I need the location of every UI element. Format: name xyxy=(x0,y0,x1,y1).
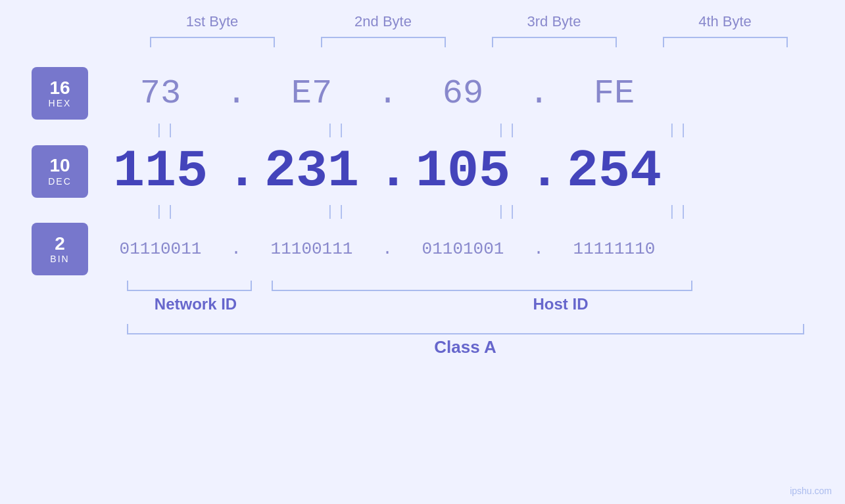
hex-val-1: 73 xyxy=(140,74,181,113)
bin-dot-3: . xyxy=(529,239,548,259)
hex-base-number: 16 xyxy=(49,78,70,99)
dec-val-2: 231 xyxy=(264,141,359,201)
eq1-byte2: || xyxy=(272,122,403,139)
dec-base-number: 10 xyxy=(49,156,70,176)
dec-val-1: 115 xyxy=(113,141,208,201)
id-labels-row: Network ID Host ID xyxy=(127,295,811,313)
hex-byte3: 69 xyxy=(397,74,529,113)
bracket-byte4 xyxy=(663,37,788,47)
bin-byte4: 11111110 xyxy=(548,239,680,259)
dec-badge: 10 DEC xyxy=(32,145,88,198)
hex-dot-1: . xyxy=(226,74,246,113)
dec-row: 10 DEC 115 . 231 . 105 . 254 xyxy=(0,141,845,201)
network-id-label: Network ID xyxy=(127,295,265,313)
hex-val-3: 69 xyxy=(443,74,483,113)
class-bracket xyxy=(127,324,804,334)
byte-headers-row: 1st Byte 2nd Byte 3rd Byte 4th Byte xyxy=(127,13,811,30)
equals-row-1: || || || || xyxy=(81,122,765,139)
eq2-byte1: || xyxy=(101,204,232,220)
eq2-byte3: || xyxy=(443,204,574,220)
bin-val-1: 01110011 xyxy=(120,239,202,259)
dec-byte2: 231 xyxy=(246,141,377,201)
host-id-bracket xyxy=(272,281,692,291)
hex-values-area: 73 . E7 . 69 . FE xyxy=(95,74,845,113)
byte3-header: 3rd Byte xyxy=(489,13,620,30)
dec-dot-1: . xyxy=(226,141,246,201)
bracket-byte1 xyxy=(150,37,275,47)
eq2-byte2: || xyxy=(272,204,403,220)
dec-dot-3: . xyxy=(529,141,548,201)
byte1-header: 1st Byte xyxy=(147,13,278,30)
bin-byte3: 01101001 xyxy=(397,239,529,259)
hex-row: 16 HEX 73 . E7 . 69 . FE xyxy=(0,67,845,120)
hex-val-4: FE xyxy=(594,74,635,113)
bottom-brackets-section xyxy=(127,281,811,291)
eq1-byte3: || xyxy=(443,122,574,139)
network-id-bracket xyxy=(127,281,252,291)
hex-byte4: FE xyxy=(548,74,680,113)
watermark: ipshu.com xyxy=(790,486,832,496)
hex-val-2: E7 xyxy=(291,74,332,113)
hex-dot-2: . xyxy=(377,74,397,113)
bin-values-area: 01110011 . 11100111 . 01101001 . 1111111… xyxy=(95,239,845,259)
main-container: 1st Byte 2nd Byte 3rd Byte 4th Byte 16 H… xyxy=(0,0,845,504)
equals-row-2: || || || || xyxy=(81,204,765,220)
bin-val-3: 01101001 xyxy=(422,239,504,259)
bin-badge: 2 BIN xyxy=(32,223,88,275)
bracket-byte3 xyxy=(492,37,617,47)
hex-byte2: E7 xyxy=(246,74,377,113)
bin-byte1: 01110011 xyxy=(95,239,226,259)
hex-base-label: HEX xyxy=(49,98,72,108)
bin-dot-1: . xyxy=(226,239,246,259)
eq2-byte4: || xyxy=(614,204,745,220)
label-spacer xyxy=(265,295,285,313)
dec-val-3: 105 xyxy=(416,141,510,201)
byte2-header: 2nd Byte xyxy=(318,13,449,30)
dec-byte3: 105 xyxy=(397,141,529,201)
dec-dot-2: . xyxy=(377,141,397,201)
dec-base-label: DEC xyxy=(48,176,72,187)
eq1-byte4: || xyxy=(614,122,745,139)
top-brackets-row xyxy=(127,37,811,47)
bin-dot-2: . xyxy=(377,239,397,259)
host-id-label: Host ID xyxy=(311,295,811,313)
bin-byte2: 11100111 xyxy=(246,239,377,259)
bin-base-label: BIN xyxy=(50,254,69,264)
hex-badge: 16 HEX xyxy=(32,67,88,120)
hex-dot-3: . xyxy=(529,74,548,113)
class-label: Class A xyxy=(127,337,804,357)
bracket-byte2 xyxy=(321,37,446,47)
hex-byte1: 73 xyxy=(95,74,226,113)
bin-row: 2 BIN 01110011 . 11100111 . 01101001 . 1… xyxy=(0,223,845,275)
bin-val-4: 11111110 xyxy=(573,239,656,259)
dec-val-4: 254 xyxy=(567,141,662,201)
class-section: Class A xyxy=(127,324,811,357)
byte4-header: 4th Byte xyxy=(660,13,791,30)
dec-byte1: 115 xyxy=(95,141,226,201)
bin-val-2: 11100111 xyxy=(271,239,353,259)
eq1-byte1: || xyxy=(101,122,232,139)
dec-values-area: 115 . 231 . 105 . 254 xyxy=(95,141,845,201)
dec-byte4: 254 xyxy=(548,141,680,201)
bin-base-number: 2 xyxy=(55,234,65,254)
